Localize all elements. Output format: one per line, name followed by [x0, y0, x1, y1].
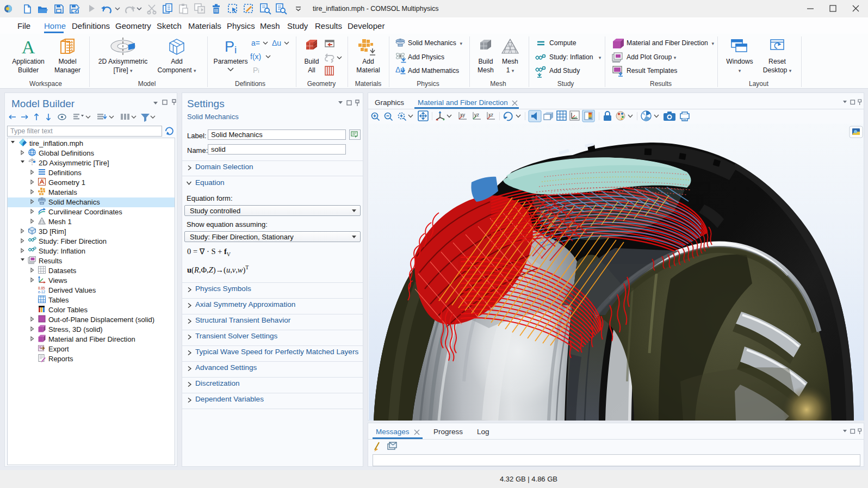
- svg-text:Stress, 3D (solid): Stress, 3D (solid): [48, 325, 103, 333]
- svg-text:Curvilinear Coordinates: Curvilinear Coordinates: [48, 208, 122, 216]
- svg-text:Derived Values: Derived Values: [48, 286, 96, 294]
- svg-text:Geometry 1: Geometry 1: [48, 178, 85, 187]
- svg-text:2D Axisymmetric [Tire]: 2D Axisymmetric [Tire]: [39, 159, 109, 167]
- svg-text:Out-of-Plane Displacement (sol: Out-of-Plane Displacement (solid): [48, 316, 154, 324]
- svg-text:xy: xy: [460, 112, 466, 118]
- svg-text:Pi: Pi: [225, 39, 237, 55]
- svg-text:Views: Views: [48, 276, 67, 285]
- svg-text:Pi: Pi: [253, 66, 259, 75]
- svg-text:Type filter text: Type filter text: [10, 127, 53, 135]
- svg-text:Materials: Materials: [48, 188, 77, 196]
- svg-text:Global Definitions: Global Definitions: [39, 149, 94, 157]
- svg-text:Mesh 1: Mesh 1: [48, 218, 72, 226]
- svg-text:Export: Export: [48, 345, 69, 353]
- svg-text:tire_inflation.mph: tire_inflation.mph: [29, 139, 83, 147]
- svg-text:Study: Fiber Direction: Study: Fiber Direction: [39, 237, 107, 245]
- svg-text:Δu: Δu: [272, 39, 281, 47]
- svg-text:a=: a=: [251, 39, 260, 47]
- svg-text:Results: Results: [39, 257, 63, 265]
- svg-text:Color Tables: Color Tables: [48, 306, 88, 314]
- svg-text:Tables: Tables: [48, 296, 69, 304]
- svg-text:Reports: Reports: [48, 355, 73, 363]
- svg-text:Study: Inflation: Study: Inflation: [39, 247, 85, 255]
- svg-text:Definitions: Definitions: [48, 169, 82, 177]
- svg-text:yz: yz: [474, 112, 480, 118]
- svg-text:Datasets: Datasets: [48, 267, 77, 275]
- svg-text:xz: xz: [488, 112, 494, 118]
- svg-text:A: A: [22, 37, 35, 57]
- svg-text:Model Builder: Model Builder: [11, 98, 75, 109]
- svg-text:Solid Mechanics: Solid Mechanics: [48, 198, 100, 206]
- svg-text:Material and Fiber Direction: Material and Fiber Direction: [48, 335, 135, 343]
- svg-text:3D [Rim]: 3D [Rim]: [39, 227, 66, 236]
